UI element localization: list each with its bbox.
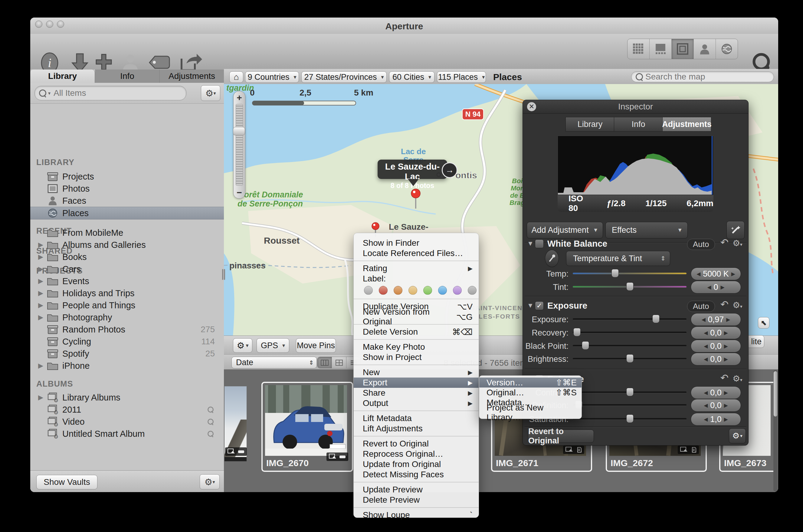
faces-view-icon[interactable] [694,39,716,59]
menu-item-output[interactable]: Output▶ [354,398,479,408]
sort-dropdown[interactable]: Date⇕ [232,357,317,368]
menu-item-export[interactable]: Export▶ [354,378,479,388]
sidebar-item-holidays[interactable]: ▶ Holidays and Trips [30,287,224,299]
sidebar-item-cars[interactable]: ▶ Cars [30,263,224,275]
wb-checkbox[interactable] [535,240,544,248]
sidebar-item-random-photos[interactable]: Random Photos 275 [30,323,224,336]
submenu-item-original[interactable]: Original…⇧⌘S [479,387,582,398]
submenu-item-project-as-new-library[interactable]: Project as New Library… [479,407,582,417]
exposure-disclosure-icon[interactable]: ▼ [526,302,535,309]
disclosure-icon[interactable]: ▶ [38,277,46,285]
smart-album-search-icon[interactable] [207,406,214,413]
temp-slider[interactable] [573,273,687,274]
scrollbar-thumb[interactable] [774,371,777,417]
revert-to-original-button[interactable]: Revert to Original [528,430,594,443]
map-search-input[interactable] [645,72,746,82]
menu-item-revert-to-original[interactable]: Revert to Original [354,439,479,449]
menu-item-locate-referenced[interactable]: Locate Referenced Files… [354,248,479,259]
contrast-slider[interactable] [573,392,687,393]
label-color-purple[interactable] [453,286,462,295]
label-color-green[interactable] [423,286,432,295]
zoom-slider-thumb[interactable] [233,127,245,135]
inspector-gear-button[interactable]: ⚙▾ [729,428,746,443]
sidebar-item-books[interactable]: ▶ Books [30,251,224,263]
filmstrip-view-icon[interactable] [317,357,332,368]
menu-item-reprocess-original[interactable]: Reprocess Original… [354,449,479,459]
wb-auto-button[interactable]: Auto [687,239,715,250]
disclosure-icon[interactable]: ▶ [38,289,46,297]
add-adjustment-dropdown[interactable]: Add Adjustment▼ [527,222,603,239]
tint-slider-thumb[interactable] [626,282,634,291]
gps-button[interactable]: GPS▾ [257,338,289,353]
menu-item-update-preview[interactable]: Update Preview [354,484,479,495]
disclosure-icon[interactable]: ▶ [38,362,46,370]
states-dropdown[interactable]: 27 States/Provinces▾ [302,71,387,83]
fly-to-place-button[interactable]: ⬉ [758,317,769,328]
label-color-yellow[interactable] [408,286,417,295]
definition-slider[interactable] [573,404,687,406]
vaults-gear-button[interactable]: ⚙▾ [200,474,220,489]
menu-item-delete-preview[interactable]: Delete Preview [354,495,479,505]
disclosure-icon[interactable]: ▶ [38,301,46,309]
sidebar-item-cycling[interactable]: Cycling 114 [30,336,224,348]
zoom-in-icon[interactable]: + [234,93,245,103]
sidebar-item-spotify[interactable]: Spotify 25 [30,348,224,360]
menu-item-rating[interactable]: Rating▶ [354,263,479,273]
filmstrip-scrollbar[interactable] [773,370,778,492]
grid-browser-icon[interactable] [332,357,346,368]
menu-item-delete-version[interactable]: Delete Version⌘⌫ [354,327,479,337]
sidebar-item-people-things[interactable]: ▶ People and Things [30,299,224,311]
inspector-tab-adjustments[interactable]: Adjustments [662,117,711,132]
home-button[interactable]: ⌂ [229,71,243,83]
enhance-gear-icon[interactable]: ⚙▾ [732,374,743,384]
tint-slider[interactable] [573,286,687,288]
sidebar-item-video[interactable]: ⚙ Video [30,416,224,428]
blackpoint-value[interactable]: ◀0,0▶ [691,340,741,353]
label-color-gray[interactable] [468,286,476,295]
move-pins-button[interactable]: Move Pins [296,338,336,353]
contrast-value[interactable]: ◀0,0▶ [691,386,741,399]
label-color-blue[interactable] [438,286,447,295]
exposure-value[interactable]: ◀0,97▶ [691,313,741,326]
wb-disclosure-icon[interactable]: ▼ [526,240,535,248]
show-vaults-button[interactable]: Show Vaults [36,475,97,489]
disclosure-icon[interactable]: ▶ [38,265,46,273]
temp-value[interactable]: ◀5000 K▶ [691,267,741,280]
map-zoom-slider[interactable]: + − [233,91,245,198]
blackpoint-slider[interactable] [573,345,687,347]
places-view-icon[interactable] [716,39,738,59]
sidebar-item-library-albums[interactable]: ▶⚙ Library Albums [30,392,224,403]
enhance-undo-icon[interactable]: ↶ [720,372,729,384]
menu-item-new[interactable]: New▶ [354,367,479,378]
menu-item-lift-adjustments[interactable]: Lift Adjustments [354,423,479,434]
recovery-value[interactable]: ◀0,0▶ [691,326,741,339]
menu-item-show-in-project[interactable]: Show in Project [354,352,479,362]
brightness-slider[interactable] [573,358,687,360]
smart-album-search-icon[interactable] [207,431,214,437]
wb-preset-dropdown[interactable]: Temperature & Tint⇕ [566,251,670,266]
sidebar-item-2011[interactable]: ⚙ 2011 [30,403,224,416]
inspector-tab-info[interactable]: Info [614,117,663,132]
wb-gear-icon[interactable]: ⚙▾ [732,238,743,248]
menu-item-share[interactable]: Share▶ [354,388,479,398]
sidebar-item-albums-galleries[interactable]: ▶ Albums and Galleries [30,239,224,251]
sidebar-item-untitled-smart-album[interactable]: ⚙ Untitled Smart Album [30,428,224,440]
inspector-tab-library[interactable]: Library [565,117,615,132]
callout-arrow-button[interactable]: → [442,162,457,178]
split-view-icon[interactable] [650,39,672,59]
exposure-checkbox[interactable]: ✓ [535,301,544,310]
saturation-value[interactable]: ◀1,0▶ [691,413,741,425]
exposure-gear-icon[interactable]: ⚙▾ [732,300,743,310]
inspector-title-bar[interactable]: Inspector [523,100,748,114]
smart-album-search-icon[interactable] [207,419,214,425]
disclosure-icon[interactable]: ▶ [38,241,46,249]
close-icon[interactable]: ✕ [527,102,536,111]
sidebar-item-from-mobileme[interactable]: From MobileMe [30,227,224,239]
effects-dropdown[interactable]: Effects▼ [605,222,688,239]
wb-undo-icon[interactable]: ↶ [720,237,729,248]
label-color-red[interactable] [379,286,388,295]
auto-enhance-wand-icon[interactable] [727,221,745,239]
viewer-view-icon[interactable] [672,39,694,59]
grid-view-icon[interactable] [627,39,650,59]
sidebar-item-iphone[interactable]: ▶ iPhone [30,360,224,372]
